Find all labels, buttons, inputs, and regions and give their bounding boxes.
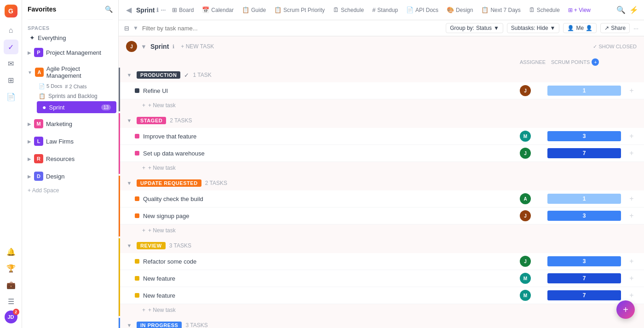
law-firms-label: Law Firms [46,138,74,145]
new-task-plus-icon: + [142,227,145,234]
assignee-avatar[interactable]: A [520,193,531,204]
new-task-row-review[interactable]: + + New task [120,304,644,316]
more-options-button[interactable]: ··· [633,25,638,32]
new-task-button[interactable]: + NEW TASK [178,42,217,51]
task-name[interactable]: New signup page [143,213,503,219]
task-add-icon[interactable]: + [625,212,638,220]
design-tab-label: Design [456,7,473,13]
task-name[interactable]: New feature [143,292,503,299]
assignee-avatar[interactable]: J [520,210,531,221]
assignee-avatar[interactable]: M [520,131,531,142]
sidebar-item-everything[interactable]: ✦ Everything [24,32,116,44]
trophy-icon[interactable]: 🏆 [4,261,18,276]
lightning-action-icon[interactable]: ⚡ [629,6,638,14]
task-add-icon[interactable]: + [625,195,638,203]
nav-group-marketing: ▶ M Marketing [22,117,118,131]
task-name[interactable]: New feature [143,275,503,282]
assignee-avatar[interactable]: M [520,273,531,284]
new-task-row-update[interactable]: + + New task [120,224,644,236]
fab-button[interactable]: + [616,300,635,319]
tab-schedule-2[interactable]: 🗓 Schedule [525,5,564,15]
task-icon[interactable]: ✓ [4,40,18,54]
section-toggle-staged[interactable]: ▼ [126,117,133,124]
doc-icon[interactable]: 📄 [4,89,18,104]
tab-schedule[interactable]: 🗓 Schedule [329,5,368,15]
app-logo[interactable]: G [5,5,17,17]
sidebar-item-design[interactable]: ▶ D Design [22,169,118,183]
tab-guide[interactable]: 📋 Guide [238,5,270,15]
list-icon[interactable]: ☰ [4,294,18,309]
briefcase-icon[interactable]: 💼 [4,277,18,292]
search-action-icon[interactable]: 🔍 [616,6,626,14]
me-button[interactable]: 👤 Me 👤 [563,23,597,33]
task-name[interactable]: Quality check the build [143,196,503,202]
more-options-icon[interactable]: ··· [161,6,166,13]
assignee-avatar[interactable]: J [520,85,531,96]
new-task-row-staged[interactable]: + + New task [120,162,644,174]
section-toggle-update[interactable]: ▼ [126,179,133,187]
sprint-user-avatar[interactable]: J [126,41,137,52]
sidebar-item-project-management[interactable]: ▶ P Project Management [22,46,118,59]
notification-icon[interactable]: 🔔 [4,244,18,259]
filter-input[interactable] [142,25,442,32]
me-avatar-icon: 👤 [586,25,592,31]
sprint-collapse-icon[interactable]: ▼ [141,43,147,50]
tab-scrum-priority[interactable]: 📋 Scrum Pt Priority [270,5,328,15]
checkmark-icon: ✓ [593,44,597,50]
sidebar-search-icon[interactable]: 🔍 [105,6,113,13]
sprint-dot-icon: ● [42,104,46,111]
group-by-status-button[interactable]: Group by: Status ▼ [446,23,503,33]
sprint-info-icon[interactable]: ℹ [156,7,159,13]
home-icon[interactable]: ⌂ [4,23,18,38]
scrum-add-icon[interactable]: + [592,58,599,66]
task-name[interactable]: Refine UI [143,87,503,94]
sub-item-docs-chats[interactable]: 📄 5 Docs # 2 Chats [35,81,118,91]
sprint-info-icon[interactable]: ℹ [172,44,174,50]
task-name[interactable]: Set up data warehouse [143,150,503,157]
tab-calendar[interactable]: 📅 Calendar [198,5,237,15]
task-add-icon[interactable]: + [625,274,638,282]
collapse-sidebar-button[interactable]: ◀ [124,4,133,16]
plus-view-button[interactable]: ⊞ + View [564,5,594,15]
assignee-avatar[interactable]: M [520,290,531,301]
sidebar-item-sprint[interactable]: ● Sprint 13 [37,101,116,113]
task-add-icon[interactable]: + [625,132,638,140]
tab-design[interactable]: 🎨 Design [443,5,477,15]
section-toggle-review[interactable]: ▼ [126,242,133,249]
task-add-icon[interactable]: + [625,149,638,157]
task-assignee: J [507,85,544,96]
inbox-icon[interactable]: ✉ [4,56,18,71]
task-dot [135,276,139,281]
subtasks-button[interactable]: Subtasks: Hide ▼ [507,23,560,33]
task-add-icon[interactable]: + [625,257,638,265]
section-toggle-production[interactable]: ▼ [126,71,133,79]
section-production: ▼ PRODUCTION ✓ 1 TASK Refine UI J 1 + [119,68,644,111]
in-progress-count: 3 TASKS [185,322,207,328]
section-header-update-requested: ▼ UPDATE REQUESTED 2 TASKS [120,176,644,190]
add-space-button[interactable]: + Add Space [22,185,118,196]
user-avatar[interactable]: JD 2 [5,311,17,323]
sidebar-item-resources[interactable]: ▶ R Resources [22,152,118,166]
assignee-avatar[interactable]: J [520,256,531,267]
avatar-badge: 2 [13,309,19,315]
section-toggle-in-progress[interactable]: ▼ [126,322,133,328]
task-name[interactable]: Improve that feature [143,133,503,140]
sidebar-item-agile[interactable]: ▼ A Agile Project Management [22,63,118,81]
new-task-row-production[interactable]: + + New task [120,99,644,111]
new-task-row-label: + New task [148,102,176,109]
show-closed-button[interactable]: ✓ SHOW CLOSED [593,44,637,50]
sidebar-item-law-firms[interactable]: ▶ L Law Firms [22,134,118,148]
tab-api-docs[interactable]: 📄 API Docs [402,5,442,15]
task-add-icon[interactable]: + [625,86,638,95]
tab-next-7-days[interactable]: 📋 Next 7 Days [477,5,524,15]
tab-board[interactable]: ⊞ Board [168,5,197,15]
grid-icon[interactable]: ⊞ [4,73,18,87]
task-name[interactable]: Refactor some code [143,258,503,265]
main-content: ◀ Sprint ℹ ··· ⊞ Board 📅 Calendar 📋 Guid… [119,0,644,328]
tab-standup[interactable]: # Standup [368,5,402,15]
share-button[interactable]: ↗ Share [600,23,630,33]
task-add-icon[interactable]: + [625,291,638,299]
sidebar-item-marketing[interactable]: ▶ M Marketing [22,117,118,131]
assignee-avatar[interactable]: J [520,148,531,159]
sidebar-item-sprints-backlog[interactable]: 📋 Sprints and Backlog [35,91,118,101]
